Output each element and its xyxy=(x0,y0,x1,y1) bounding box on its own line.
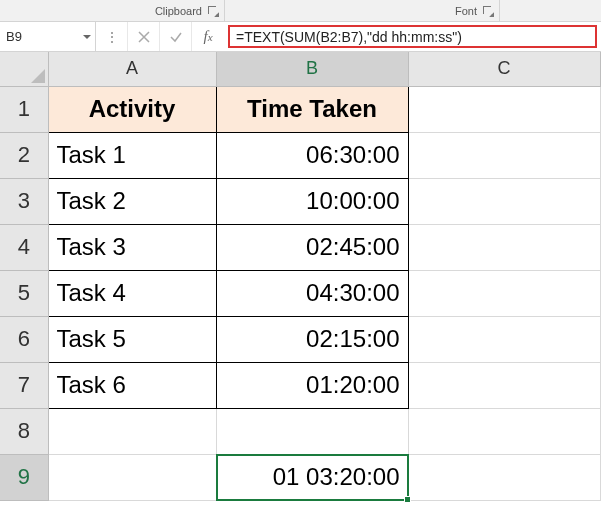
cell-B1[interactable]: Time Taken xyxy=(216,86,408,132)
cell-B2[interactable]: 06:30:00 xyxy=(216,132,408,178)
formula-bar-expand[interactable]: ⋮ xyxy=(96,22,128,51)
cell-C8[interactable] xyxy=(408,408,600,454)
row-header-8[interactable]: 8 xyxy=(0,408,48,454)
name-box-value: B9 xyxy=(0,29,79,44)
select-all-corner[interactable] xyxy=(0,52,48,86)
cell-C3[interactable] xyxy=(408,178,600,224)
cell-A1[interactable]: Activity xyxy=(48,86,216,132)
ribbon-group-font: Font xyxy=(225,0,500,22)
row-header-9[interactable]: 9 xyxy=(0,454,48,500)
column-header-B[interactable]: B xyxy=(216,52,408,86)
cell-B8[interactable] xyxy=(216,408,408,454)
row-header-1[interactable]: 1 xyxy=(0,86,48,132)
enter-button[interactable] xyxy=(160,22,192,51)
cell-B9-value: 01 03:20:00 xyxy=(273,463,400,490)
ribbon-groups-strip: Clipboard Font xyxy=(0,0,601,22)
formula-bar: B9 ⋮ fx =TEXT(SUM(B2:B7),"dd hh:mm:ss") xyxy=(0,22,601,52)
ribbon-group-label: Clipboard xyxy=(155,5,202,17)
cell-C2[interactable] xyxy=(408,132,600,178)
column-header-A[interactable]: A xyxy=(48,52,216,86)
cell-C5[interactable] xyxy=(408,270,600,316)
dialog-launcher-icon[interactable] xyxy=(208,6,218,16)
row-header-2[interactable]: 2 xyxy=(0,132,48,178)
row-header-5[interactable]: 5 xyxy=(0,270,48,316)
name-box-dropdown[interactable] xyxy=(79,35,95,39)
cell-C1[interactable] xyxy=(408,86,600,132)
ribbon-group-label: Font xyxy=(455,5,477,17)
cell-B6[interactable]: 02:15:00 xyxy=(216,316,408,362)
cell-C6[interactable] xyxy=(408,316,600,362)
cell-B9[interactable]: 01 03:20:00 xyxy=(216,454,408,500)
cell-C4[interactable] xyxy=(408,224,600,270)
cell-A2[interactable]: Task 1 xyxy=(48,132,216,178)
row-header-6[interactable]: 6 xyxy=(0,316,48,362)
dialog-launcher-icon[interactable] xyxy=(483,6,493,16)
cell-C9[interactable] xyxy=(408,454,600,500)
cell-B5[interactable]: 04:30:00 xyxy=(216,270,408,316)
cancel-button[interactable] xyxy=(128,22,160,51)
ribbon-group-clipboard: Clipboard xyxy=(0,0,225,22)
cell-A8[interactable] xyxy=(48,408,216,454)
cell-C7[interactable] xyxy=(408,362,600,408)
worksheet-grid[interactable]: A B C 1 Activity Time Taken 2 Task 1 06:… xyxy=(0,52,601,501)
cell-B4[interactable]: 02:45:00 xyxy=(216,224,408,270)
x-icon xyxy=(137,30,151,44)
chevron-down-icon xyxy=(83,35,91,39)
column-header-C[interactable]: C xyxy=(408,52,600,86)
cell-A9[interactable] xyxy=(48,454,216,500)
cell-B7[interactable]: 01:20:00 xyxy=(216,362,408,408)
row-header-4[interactable]: 4 xyxy=(0,224,48,270)
cell-A4[interactable]: Task 3 xyxy=(48,224,216,270)
cell-A3[interactable]: Task 2 xyxy=(48,178,216,224)
fx-icon[interactable]: fx xyxy=(192,22,224,51)
cell-A7[interactable]: Task 6 xyxy=(48,362,216,408)
cell-B3[interactable]: 10:00:00 xyxy=(216,178,408,224)
name-box[interactable]: B9 xyxy=(0,22,96,51)
cell-A5[interactable]: Task 4 xyxy=(48,270,216,316)
formula-input[interactable]: =TEXT(SUM(B2:B7),"dd hh:mm:ss") xyxy=(228,25,597,48)
formula-text: =TEXT(SUM(B2:B7),"dd hh:mm:ss") xyxy=(236,29,462,45)
row-header-7[interactable]: 7 xyxy=(0,362,48,408)
row-header-3[interactable]: 3 xyxy=(0,178,48,224)
cell-A6[interactable]: Task 5 xyxy=(48,316,216,362)
check-icon xyxy=(169,30,183,44)
